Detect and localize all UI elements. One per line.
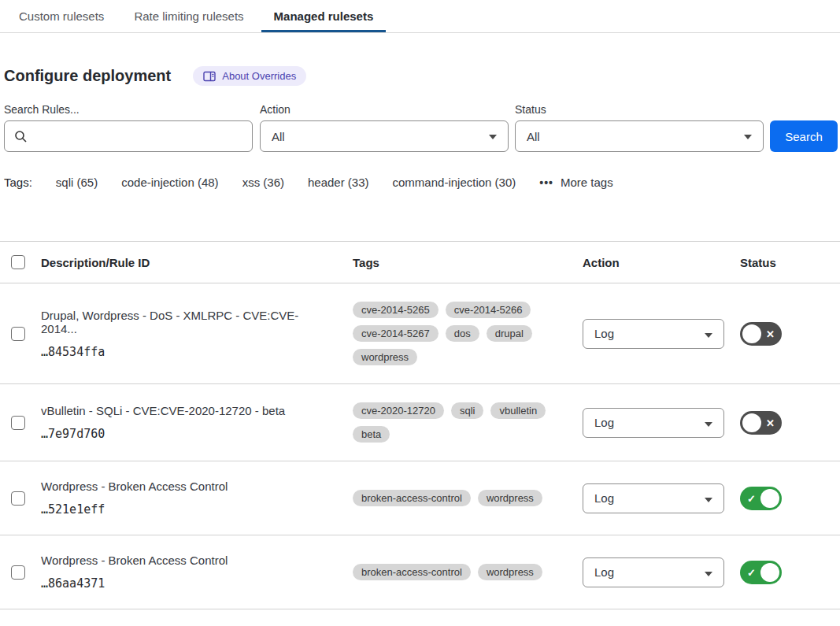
toggle-knob <box>760 489 779 508</box>
rule-tags-cell: broken-access-control wordpress <box>353 564 583 580</box>
rule-action-select[interactable]: Log <box>583 319 724 349</box>
rule-tag: broken-access-control <box>353 490 471 506</box>
status-filter-select[interactable]: All <box>515 120 764 152</box>
chevron-down-icon <box>705 422 712 427</box>
rule-tag: sqli <box>451 402 484 419</box>
table-row: vBulletin - SQLi - CVE:CVE-2020-12720 - … <box>0 384 840 461</box>
rule-description-cell: Drupal, Wordpress - DoS - XMLRPC - CVE:C… <box>41 309 353 359</box>
rule-action-select[interactable]: Log <box>583 483 724 513</box>
page-header: Configure deployment About Overrides <box>4 66 840 86</box>
tag-filter-sqli[interactable]: sqli (65) <box>56 176 98 189</box>
rule-tags-cell: broken-access-control wordpress <box>353 490 583 506</box>
rule-tag: cve-2020-12720 <box>353 402 444 419</box>
column-header-action: Action <box>583 256 740 269</box>
search-input-wrapper <box>4 120 253 152</box>
rule-status-toggle[interactable]: ✓ ✕ <box>740 411 782 435</box>
rule-tag: beta <box>353 426 390 443</box>
rule-tags-cell: cve-2020-12720 sqli vbulletin beta <box>353 402 583 443</box>
rule-description-cell: vBulletin - SQLi - CVE:CVE-2020-12720 - … <box>41 404 353 441</box>
toggle-knob <box>742 324 761 343</box>
rule-id: …86aa4371 <box>41 576 353 591</box>
rule-tag: broken-access-control <box>353 564 471 580</box>
column-header-description: Description/Rule ID <box>41 256 353 269</box>
rule-action-value: Log <box>594 327 614 340</box>
rule-action-value: Log <box>594 565 614 579</box>
chevron-down-icon <box>705 333 712 338</box>
row-checkbox[interactable] <box>11 491 25 506</box>
rule-action-value: Log <box>594 491 614 505</box>
row-checkbox[interactable] <box>11 327 25 341</box>
status-filter-value: All <box>527 130 540 143</box>
about-overrides-label: About Overrides <box>222 70 296 82</box>
rule-tag: wordpress <box>353 349 417 365</box>
book-icon <box>203 71 216 82</box>
toggle-knob <box>742 413 761 432</box>
tag-filter-command-injection[interactable]: command-injection (30) <box>393 176 516 189</box>
search-label: Search Rules... <box>4 103 260 116</box>
more-tags-button[interactable]: ••• More tags <box>539 176 612 189</box>
search-field: Search Rules... <box>4 103 260 152</box>
column-header-tags: Tags <box>353 256 583 269</box>
rule-description-cell: Wordpress - Broken Access Control …521e1… <box>41 480 353 517</box>
toggle-knob <box>760 563 779 582</box>
ruleset-tabs: Custom rulesets Rate limiting rulesets M… <box>0 0 840 33</box>
rules-table: Description/Rule ID Tags Action Status D… <box>0 241 840 609</box>
rule-tag: drupal <box>487 325 532 342</box>
rule-description: Drupal, Wordpress - DoS - XMLRPC - CVE:C… <box>41 309 353 335</box>
tab-custom-rulesets[interactable]: Custom rulesets <box>19 0 104 32</box>
tag-filter-header[interactable]: header (33) <box>308 176 369 189</box>
chevron-down-icon <box>744 135 752 139</box>
rule-tag: vbulletin <box>490 402 546 419</box>
ellipsis-icon: ••• <box>539 176 553 189</box>
rule-tag: cve-2014-5266 <box>446 302 531 318</box>
table-row: Wordpress - Broken Access Control …86aa4… <box>0 535 840 609</box>
table-header-row: Description/Rule ID Tags Action Status <box>0 242 840 283</box>
rule-status-toggle[interactable]: ✓ ✕ <box>740 561 782 584</box>
status-field: Status All <box>515 103 770 152</box>
rule-status-toggle[interactable]: ✓ ✕ <box>740 322 782 346</box>
tags-bar-label: Tags: <box>4 176 32 189</box>
rule-id: …7e97d760 <box>41 427 353 441</box>
chevron-down-icon <box>489 135 497 139</box>
rule-tag: wordpress <box>478 564 542 580</box>
x-icon: ✕ <box>766 328 775 339</box>
rule-description: Wordpress - Broken Access Control <box>41 554 353 567</box>
about-overrides-link[interactable]: About Overrides <box>193 66 306 86</box>
action-filter-select[interactable]: All <box>260 120 509 152</box>
rule-tag: wordpress <box>478 490 542 506</box>
rule-tag: dos <box>446 325 479 342</box>
rule-description-cell: Wordpress - Broken Access Control …86aa4… <box>41 554 353 591</box>
action-label: Action <box>260 103 515 116</box>
rule-action-select[interactable]: Log <box>583 408 724 438</box>
row-checkbox[interactable] <box>11 565 25 580</box>
rule-id: …521e1eff <box>41 502 353 517</box>
search-input[interactable] <box>5 121 252 151</box>
page-title: Configure deployment <box>4 67 171 85</box>
table-row: Wordpress - Broken Access Control …521e1… <box>0 461 840 535</box>
rule-tag: cve-2014-5265 <box>353 302 439 318</box>
rule-action-select[interactable]: Log <box>583 557 724 587</box>
more-tags-label: More tags <box>561 176 613 189</box>
search-button[interactable]: Search <box>770 120 838 152</box>
rule-id: …84534ffa <box>41 345 353 359</box>
table-row: Drupal, Wordpress - DoS - XMLRPC - CVE:C… <box>0 283 840 384</box>
filter-bar: Search Rules... Action All Status All Se… <box>4 103 840 152</box>
rule-status-toggle[interactable]: ✓ ✕ <box>740 487 782 510</box>
tab-rate-limiting-rulesets[interactable]: Rate limiting rulesets <box>134 0 243 32</box>
check-icon: ✓ <box>747 493 756 503</box>
rule-tag: cve-2014-5267 <box>353 325 439 342</box>
rule-description: vBulletin - SQLi - CVE:CVE-2020-12720 - … <box>41 404 353 417</box>
column-header-status: Status <box>740 256 840 269</box>
rule-description: Wordpress - Broken Access Control <box>41 480 353 493</box>
check-icon: ✓ <box>747 567 756 577</box>
tags-bar: Tags: sqli (65) code-injection (48) xss … <box>4 176 840 189</box>
action-filter-value: All <box>272 130 285 143</box>
x-icon: ✕ <box>766 417 775 428</box>
tag-filter-xss[interactable]: xss (36) <box>242 176 284 189</box>
tab-managed-rulesets[interactable]: Managed rulesets <box>274 0 374 32</box>
row-checkbox[interactable] <box>11 416 25 430</box>
tag-filter-code-injection[interactable]: code-injection (48) <box>121 176 218 189</box>
rule-tags-cell: cve-2014-5265 cve-2014-5266 cve-2014-526… <box>353 302 583 365</box>
select-all-checkbox[interactable] <box>11 255 25 269</box>
action-field: Action All <box>260 103 515 152</box>
